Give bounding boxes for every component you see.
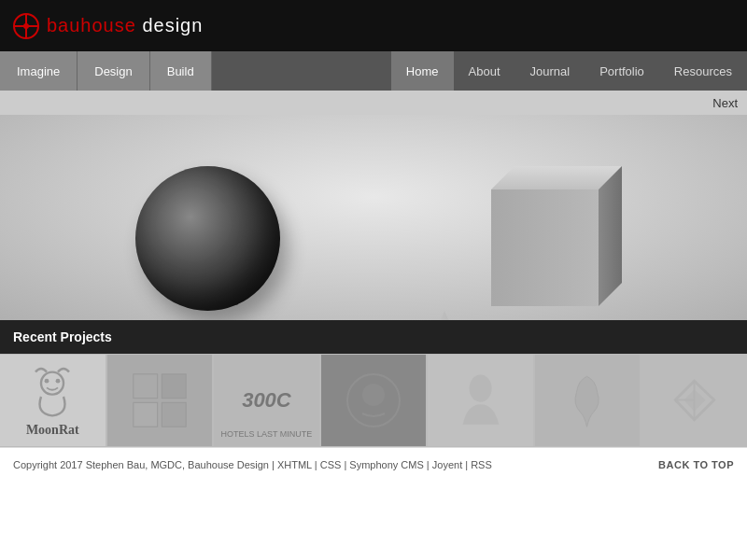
nav-link-about[interactable]: About xyxy=(454,51,515,91)
svg-point-10 xyxy=(45,379,49,384)
cone-svg xyxy=(372,311,517,320)
svg-marker-6 xyxy=(491,189,599,306)
nav-link-journal[interactable]: Journal xyxy=(515,51,585,91)
sphere-shape xyxy=(135,166,280,311)
figure-icon xyxy=(559,372,615,428)
portrait-icon xyxy=(453,372,509,428)
logo-text: bauhouse design xyxy=(47,15,203,36)
svg-rect-15 xyxy=(162,402,186,427)
svg-point-3 xyxy=(23,23,29,29)
logo-icon-thumb xyxy=(667,372,723,428)
recent-projects-header: Recent Projects xyxy=(0,320,747,354)
header: bauhouse design xyxy=(0,0,747,51)
hero-section xyxy=(0,115,747,320)
cube-shape xyxy=(463,152,613,301)
nav-link-resources[interactable]: Resources xyxy=(659,51,747,91)
nav-tab-imagine[interactable]: Imagine xyxy=(0,51,78,91)
svg-rect-12 xyxy=(134,374,158,399)
svg-rect-13 xyxy=(162,374,186,399)
big-band-icon xyxy=(345,372,402,428)
nav-left: Imagine Design Build xyxy=(0,51,212,91)
svg-point-17 xyxy=(362,384,385,406)
logo-brand: bauhouse xyxy=(47,15,136,35)
nav-link-home[interactable]: Home xyxy=(391,51,454,91)
nav-tab-build[interactable]: Build xyxy=(150,51,212,91)
back-to-top-button[interactable]: BACK TO TOP xyxy=(658,459,734,470)
thumbnail-big-band[interactable] xyxy=(321,355,427,446)
svg-marker-8 xyxy=(599,166,622,306)
thumbnails-row: MoonRat 300C HOTELS LAST MINUTE xyxy=(0,354,747,447)
footer-copyright: Copyright 2017 Stephen Bau, MGDC, Bauhou… xyxy=(13,459,492,470)
thumbnail-portrait[interactable] xyxy=(428,355,533,446)
moonrat-label: MoonRat xyxy=(24,423,80,438)
cube-svg xyxy=(463,152,622,306)
shapes-container xyxy=(135,115,613,320)
nav-right: Home About Journal Portfolio Resources xyxy=(391,51,747,91)
thumbnail-logo[interactable] xyxy=(641,355,747,446)
svg-marker-4 xyxy=(372,311,517,320)
logo-area: bauhouse design xyxy=(13,13,203,39)
thumbnail-photo-grid[interactable] xyxy=(107,355,213,446)
nav-tab-design[interactable]: Design xyxy=(78,51,149,91)
moonrat-icon xyxy=(24,363,80,419)
photo-grid-icon xyxy=(132,372,188,428)
svg-point-9 xyxy=(41,372,63,395)
svg-point-18 xyxy=(469,375,491,402)
footer: Copyright 2017 Stephen Bau, MGDC, Bauhou… xyxy=(0,447,747,481)
thumbnail-figure[interactable] xyxy=(535,355,641,446)
300c-subtitle: HOTELS LAST MINUTE xyxy=(214,429,319,439)
recent-projects-title: Recent Projects xyxy=(13,329,112,344)
thumbnail-moonrat[interactable]: MoonRat xyxy=(0,355,106,446)
next-button[interactable]: Next xyxy=(712,96,738,110)
thumbnail-300c[interactable]: 300C HOTELS LAST MINUTE xyxy=(214,355,319,446)
logo-icon xyxy=(13,13,39,39)
navbar: Imagine Design Build Home About Journal … xyxy=(0,51,747,91)
300c-label: 300C xyxy=(242,388,291,413)
svg-rect-14 xyxy=(134,402,158,427)
breadcrumb-bar: Next xyxy=(0,91,747,115)
logo-suffix: design xyxy=(136,15,204,35)
svg-point-11 xyxy=(56,379,61,384)
nav-link-portfolio[interactable]: Portfolio xyxy=(585,51,659,91)
